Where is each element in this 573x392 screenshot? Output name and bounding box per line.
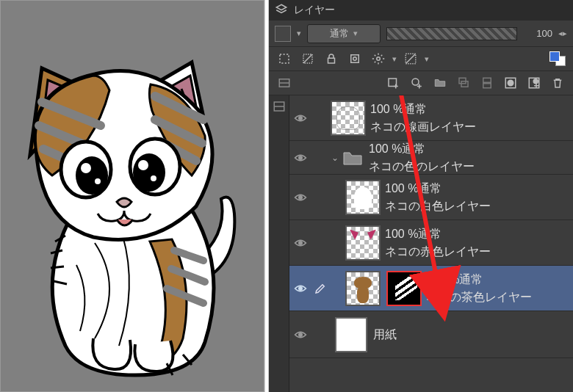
folder-icon (342, 150, 363, 166)
svg-point-12 (95, 178, 101, 184)
layer-row-red[interactable]: 100 %通常 ネコの赤色レイヤー (289, 220, 573, 266)
opacity-value: 100 (523, 28, 552, 39)
panel-header: レイヤー (269, 0, 573, 21)
layer-settings-icon[interactable] (369, 50, 388, 68)
panel-view-icon[interactable] (275, 74, 294, 92)
layer-list: 100 %通常 ネコの線画レイヤー ⌄ 100 %通常 ネコの色のレイヤー (289, 95, 573, 392)
svg-point-9 (133, 153, 165, 192)
layer-name: ネコの色のレイヤー (369, 159, 475, 173)
new-folder-icon[interactable] (430, 74, 450, 92)
chevron-down-icon: ▾ (353, 29, 358, 38)
new-vector-layer-icon[interactable] (407, 74, 426, 92)
layer-blend-label: 100 %通常 (370, 102, 476, 116)
merge-down-icon[interactable] (478, 74, 497, 92)
svg-point-10 (81, 163, 91, 173)
svg-point-34 (508, 80, 513, 86)
eye-icon[interactable] (294, 114, 307, 123)
layer-name: 用紙 (373, 327, 397, 341)
svg-rect-32 (483, 84, 491, 88)
svg-point-41 (299, 116, 303, 120)
lock-transparent-icon[interactable] (298, 50, 317, 68)
layer-row-paper[interactable]: 用紙 (289, 311, 573, 358)
marquee-icon[interactable] (275, 50, 294, 68)
layer-row-lineart[interactable]: 100 %通常 ネコの線画レイヤー (289, 95, 573, 141)
fg-bg-color-swatch[interactable] (548, 50, 567, 68)
canvas-viewport[interactable] (0, 0, 264, 392)
layer-name: ネコの茶色レイヤー (426, 290, 532, 304)
svg-point-11 (138, 160, 148, 170)
layers-panel: レイヤー ▾ 通常 ▾ 100 ◂▸ ▾ ▾ (269, 0, 573, 392)
panel-title: レイヤー (294, 4, 335, 17)
layer-thumbnail[interactable] (331, 101, 366, 136)
effect-menu-chevron-icon[interactable]: ▾ (425, 54, 429, 64)
layer-tools-row-1: ▾ ▾ (269, 47, 573, 71)
blend-opacity-row: ▾ 通常 ▾ 100 ◂▸ (269, 21, 573, 47)
artwork-cat (7, 23, 256, 382)
svg-point-45 (299, 286, 303, 290)
transfer-down-icon[interactable] (454, 74, 473, 92)
eye-icon[interactable] (294, 330, 307, 339)
svg-point-43 (299, 195, 303, 199)
layer-tools-row-2 (269, 71, 573, 95)
layer-blend-label: 100 %通常 (426, 272, 532, 286)
layer-name: ネコの線画レイヤー (370, 120, 476, 134)
svg-point-44 (299, 241, 303, 244)
eye-icon[interactable] (294, 153, 307, 162)
panel-left-strip (269, 95, 289, 392)
blend-mode-value: 通常 (330, 27, 349, 40)
opacity-slider[interactable] (386, 27, 517, 40)
folder-expander-icon[interactable]: ⌄ (329, 153, 341, 163)
svg-rect-31 (483, 78, 491, 82)
layer-row-brown[interactable]: 100 %通常 ネコの茶色レイヤー (289, 266, 573, 311)
svg-point-46 (299, 333, 303, 336)
layer-blend-label: 100 %通常 (369, 142, 475, 156)
svg-point-42 (299, 156, 303, 159)
layer-name: ネコの赤色レイヤー (385, 244, 491, 258)
layers-icon (275, 3, 288, 18)
svg-point-8 (76, 156, 108, 195)
layer-blend-label: 100 %通常 (385, 181, 491, 195)
eye-icon[interactable] (294, 239, 307, 247)
two-pane-icon[interactable] (271, 98, 287, 115)
reference-layer-icon[interactable] (345, 50, 364, 68)
delete-layer-icon[interactable] (548, 74, 567, 92)
blend-mode-select[interactable]: 通常 ▾ (307, 24, 381, 43)
effect-icon[interactable] (401, 50, 420, 68)
chip-menu-chevron-icon[interactable]: ▾ (297, 29, 301, 38)
lock-icon[interactable] (322, 50, 341, 68)
settings-menu-chevron-icon[interactable]: ▾ (392, 54, 397, 64)
layer-mask-thumbnail[interactable] (386, 271, 422, 306)
eye-icon[interactable] (294, 284, 307, 293)
svg-point-26 (412, 79, 419, 85)
layer-row-white[interactable]: 100 %通常 ネコの白色レイヤー (289, 175, 573, 220)
layer-thumbnail[interactable] (345, 271, 381, 306)
layer-thumbnail[interactable] (345, 180, 381, 215)
layer-thumbnail[interactable] (345, 225, 381, 261)
svg-point-36 (533, 79, 538, 84)
draft-pencil-icon[interactable] (311, 282, 329, 295)
svg-rect-17 (351, 55, 359, 63)
svg-point-18 (353, 57, 357, 61)
svg-rect-14 (280, 54, 289, 63)
svg-rect-16 (328, 58, 335, 63)
layer-name: ネコの白色レイヤー (385, 199, 491, 213)
paper-thumbnail[interactable] (335, 317, 367, 352)
svg-rect-23 (389, 79, 397, 87)
layer-blend-label: 100 %通常 (385, 227, 491, 241)
eye-icon[interactable] (294, 193, 307, 202)
apply-mask-icon[interactable] (525, 74, 544, 92)
svg-point-19 (377, 57, 381, 61)
opacity-stepper-icon[interactable]: ◂▸ (558, 29, 567, 38)
svg-point-13 (151, 175, 156, 181)
layer-row-folder[interactable]: ⌄ 100 %通常 ネコの色のレイヤー (289, 141, 573, 175)
mask-icon[interactable] (501, 74, 520, 92)
layer-color-chip[interactable] (275, 26, 291, 42)
new-raster-layer-icon[interactable] (383, 74, 403, 92)
